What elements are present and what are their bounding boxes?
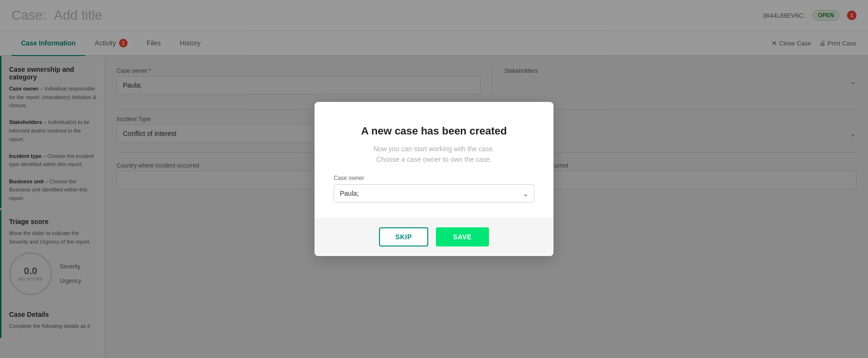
modal-subtitle-1: Now you can start working with the case. [334, 145, 534, 153]
save-button[interactable]: SAVE [436, 227, 489, 246]
skip-button[interactable]: SKIP [379, 227, 428, 246]
modal-case-owner-label: Case owner [334, 175, 534, 181]
modal-overlay: A new case has been created Now you can … [0, 0, 868, 358]
modal-case-owner-select[interactable]: Paula; [334, 184, 534, 202]
modal-title: A new case has been created [334, 125, 534, 137]
modal-subtitle-2: Choose a case owner to own the case. [334, 156, 534, 163]
modal-footer: SKIP SAVE [315, 218, 553, 256]
modal-dialog: A new case has been created Now you can … [315, 102, 553, 256]
modal-select-wrapper: Paula; ⌄ [334, 184, 534, 202]
modal-body: A new case has been created Now you can … [315, 102, 553, 218]
